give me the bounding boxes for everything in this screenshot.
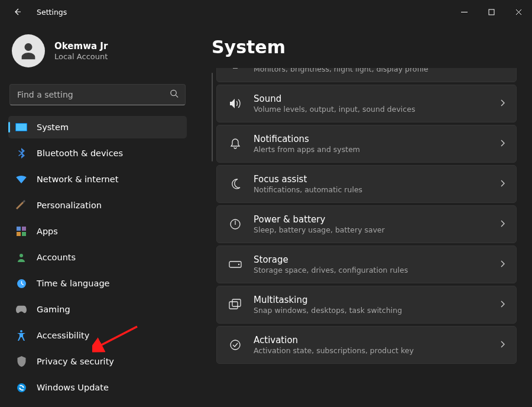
- maximize-button[interactable]: [478, 0, 505, 24]
- svg-point-18: [231, 340, 240, 350]
- system-icon: [15, 121, 27, 133]
- minimize-button[interactable]: [450, 0, 478, 24]
- card-title: Multitasking: [254, 295, 499, 305]
- page-title: System: [212, 37, 517, 57]
- chevron-right-icon: [499, 259, 505, 270]
- sidebar-item-label: Accounts: [37, 253, 76, 262]
- back-button[interactable]: [12, 6, 24, 18]
- sidebar-item-bluetooth[interactable]: Bluetooth & devices: [8, 142, 187, 164]
- svg-rect-6: [17, 232, 21, 236]
- maximize-icon: [488, 9, 495, 15]
- svg-point-15: [238, 264, 239, 265]
- sidebar-item-label: Gaming: [37, 305, 70, 314]
- card-subtitle: Monitors, brightness, night light, displ…: [254, 68, 499, 73]
- sidebar-item-label: Network & internet: [37, 175, 118, 184]
- sidebar-item-label: Windows Update: [37, 383, 109, 392]
- card-notifications[interactable]: Notifications Alerts from apps and syste…: [216, 125, 517, 163]
- card-title: Focus assist: [254, 174, 499, 185]
- card-multitasking[interactable]: Multitasking Snap windows, desktops, tas…: [216, 286, 517, 324]
- chevron-right-icon: [499, 98, 505, 109]
- card-focus-assist[interactable]: Focus assist Notifications, automatic ru…: [216, 165, 517, 203]
- card-power-battery[interactable]: Power & battery Sleep, battery usage, ba…: [216, 205, 517, 243]
- chevron-right-icon: [499, 219, 505, 230]
- main-panel: System Display Monitors, brightness, nig…: [195, 24, 532, 407]
- close-button[interactable]: [505, 0, 532, 24]
- clock-icon: [15, 277, 27, 289]
- apps-icon: [15, 225, 27, 237]
- card-subtitle: Sleep, battery usage, battery saver: [254, 225, 499, 234]
- shield-icon: [15, 356, 27, 367]
- card-title: Power & battery: [254, 214, 499, 225]
- svg-rect-0: [489, 9, 494, 15]
- card-title: Sound: [254, 93, 499, 104]
- sidebar-item-network[interactable]: Network & internet: [8, 168, 187, 190]
- close-icon: [515, 9, 522, 15]
- display-icon: [228, 68, 243, 69]
- card-subtitle: Volume levels, output, input, sound devi…: [254, 105, 499, 114]
- avatar: [12, 34, 45, 67]
- storage-icon: [228, 261, 243, 268]
- svg-point-8: [20, 254, 23, 257]
- sidebar-item-label: Apps: [37, 227, 58, 236]
- sidebar-item-windows-update[interactable]: Windows Update: [8, 376, 187, 399]
- svg-rect-5: [22, 227, 26, 231]
- accessibility-icon: [15, 330, 27, 341]
- sidebar-item-label: System: [37, 122, 69, 132]
- card-subtitle: Snap windows, desktops, task switching: [254, 306, 499, 315]
- profile-block[interactable]: Okemwa Jr Local Account: [8, 34, 187, 78]
- sidebar-item-privacy[interactable]: Privacy & security: [8, 350, 187, 373]
- window-title: Settings: [37, 8, 67, 17]
- user-name: Okemwa Jr: [54, 41, 108, 51]
- card-subtitle: Alerts from apps and system: [254, 145, 499, 154]
- svg-rect-4: [17, 227, 21, 231]
- scroll-divider: [212, 73, 213, 161]
- chevron-right-icon: [499, 68, 505, 69]
- card-subtitle: Activation state, subscriptions, product…: [254, 346, 499, 355]
- user-subtitle: Local Account: [54, 52, 108, 61]
- card-subtitle: Notifications, automatic rules: [254, 185, 499, 194]
- sidebar-item-system[interactable]: System: [8, 116, 187, 138]
- personalization-icon: [15, 199, 27, 211]
- sidebar-item-label: Bluetooth & devices: [37, 148, 123, 158]
- card-title: Activation: [254, 335, 499, 345]
- sidebar-item-label: Privacy & security: [37, 357, 114, 366]
- window-controls: [450, 0, 532, 24]
- card-display[interactable]: Display Monitors, brightness, night ligh…: [216, 68, 517, 82]
- svg-point-10: [20, 330, 22, 332]
- sidebar-item-accessibility[interactable]: Accessibility: [8, 324, 187, 347]
- chevron-right-icon: [499, 299, 505, 311]
- card-title: Notifications: [254, 134, 499, 144]
- search-wrap: [9, 84, 186, 105]
- chevron-right-icon: [499, 179, 505, 190]
- moon-icon: [228, 178, 243, 190]
- chevron-right-icon: [499, 138, 505, 150]
- sidebar-item-label: Accessibility: [37, 331, 89, 340]
- wifi-icon: [15, 173, 27, 185]
- card-sound[interactable]: Sound Volume levels, output, input, soun…: [216, 85, 517, 122]
- svg-rect-17: [232, 299, 241, 306]
- card-subtitle: Storage space, drives, configuration rul…: [254, 266, 499, 274]
- avatar-icon: [18, 41, 38, 61]
- bluetooth-icon: [15, 147, 27, 159]
- sidebar-item-label: Time & language: [37, 279, 110, 288]
- sidebar-item-label: Personalization: [37, 201, 102, 210]
- card-storage[interactable]: Storage Storage space, drives, configura…: [216, 246, 517, 283]
- sidebar-item-accounts[interactable]: Accounts: [8, 246, 187, 269]
- sidebar-nav: System Bluetooth & devices Network & int…: [8, 116, 187, 399]
- main-scroll[interactable]: Display Monitors, brightness, night ligh…: [212, 68, 517, 402]
- minimize-icon: [461, 9, 468, 15]
- svg-point-11: [17, 383, 26, 392]
- svg-rect-7: [22, 232, 26, 236]
- sidebar-item-gaming[interactable]: Gaming: [8, 298, 187, 321]
- card-activation[interactable]: Activation Activation state, subscriptio…: [216, 326, 517, 364]
- sidebar-item-time-language[interactable]: Time & language: [8, 272, 187, 295]
- svg-rect-3: [16, 124, 27, 131]
- gaming-icon: [15, 303, 27, 315]
- sound-icon: [228, 98, 243, 109]
- sidebar-item-apps[interactable]: Apps: [8, 220, 187, 243]
- back-arrow-icon: [13, 7, 22, 17]
- update-icon: [15, 382, 27, 393]
- titlebar: Settings: [0, 0, 532, 24]
- search-input[interactable]: [9, 84, 186, 105]
- sidebar-item-personalization[interactable]: Personalization: [8, 194, 187, 217]
